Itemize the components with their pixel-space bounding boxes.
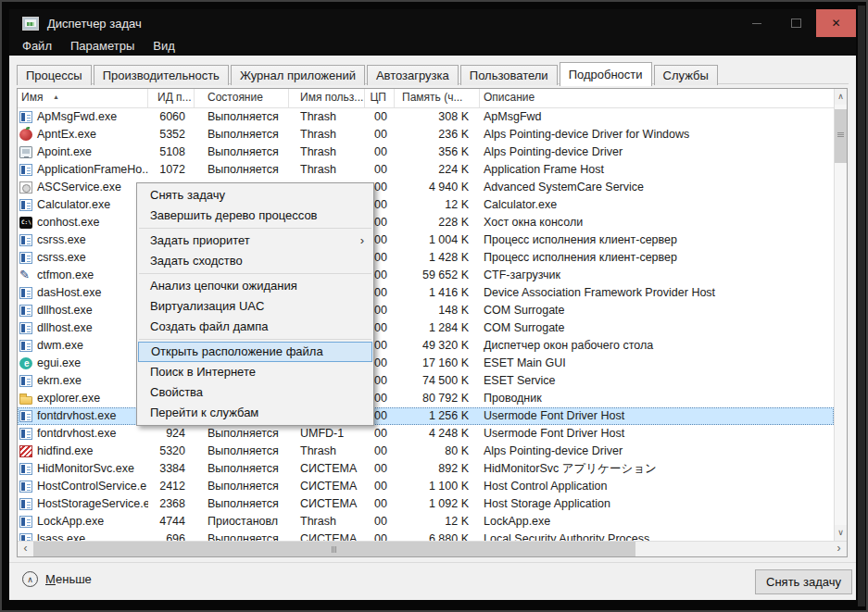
menu-item-set-affinity[interactable]: Задать сходство <box>138 251 372 271</box>
process-name: ekrn.exe <box>37 372 82 390</box>
menu-item-end-process-tree[interactable]: Завершить дерево процессов <box>138 206 372 226</box>
table-row[interactable]: HidMonitorSvc.exe3384ВыполняетсяСИСТЕМА0… <box>18 460 834 478</box>
table-row[interactable]: lsass.exe696ВыполняетсяСИСТЕМА006 880 KL… <box>18 531 834 541</box>
menu-item-end-task[interactable]: Снять задачу <box>138 185 372 206</box>
process-user-cell: Thrash <box>289 126 365 144</box>
minimize-icon <box>752 23 761 24</box>
table-row[interactable]: ApplicationFrameHo...1072ВыполняетсяThra… <box>18 161 834 179</box>
generic-icon <box>19 498 32 510</box>
tab-services[interactable]: Службы <box>654 65 718 85</box>
menu-item-label: Задать приоритет <box>150 233 250 247</box>
menu-separator <box>139 228 371 229</box>
window-title: Диспетчер задач <box>47 17 142 31</box>
column-header-label: ЦП <box>370 91 386 104</box>
process-user-cell: СИСТЕМА <box>289 460 365 478</box>
process-memory-cell: 308 K <box>395 108 480 126</box>
fewer-details-button[interactable]: ∧ Меньше <box>22 571 92 587</box>
tab-startup[interactable]: Автозагрузка <box>367 65 459 85</box>
process-description-cell: ESET Main GUI <box>480 355 834 372</box>
horizontal-scrollbar[interactable]: ‹ › <box>18 541 847 556</box>
minimize-button[interactable] <box>736 9 776 37</box>
table-row[interactable]: ApMsgFwd.exe6060ВыполняетсяThrash00308 K… <box>18 108 834 126</box>
process-name-cell: fontdrvhost.exe <box>18 407 148 425</box>
menu-item-uac-virtualization[interactable]: Виртуализация UAC <box>138 296 372 317</box>
process-status-cell: Выполняется <box>195 161 289 179</box>
process-name-cell: explorer.exe <box>18 390 148 407</box>
column-header-status[interactable]: Состояние <box>195 89 289 107</box>
vertical-scrollbar-thumb[interactable] <box>835 109 847 163</box>
tab-strip: ПроцессыПроизводительностьЖурнал приложе… <box>17 59 720 84</box>
table-row[interactable]: Apoint.exe5108ВыполняетсяThrash00356 KAl… <box>18 144 834 161</box>
menu-item-set-priority[interactable]: Задать приоритет› <box>138 231 372 251</box>
scroll-right-arrow-icon[interactable]: › <box>831 542 847 556</box>
process-memory-cell: 1 428 K <box>395 249 480 267</box>
close-button[interactable]: ✕ <box>816 9 856 37</box>
scroll-left-arrow-icon[interactable]: ‹ <box>18 542 33 556</box>
process-name-cell: dllhost.exe <box>18 319 148 337</box>
scroll-up-arrow-icon[interactable]: ∧ <box>835 89 847 105</box>
tab-performance[interactable]: Производительность <box>94 65 229 85</box>
menu-item-label: Задать сходство <box>150 254 243 268</box>
menu-item-label: Поиск в Интернете <box>150 365 256 379</box>
horizontal-scrollbar-thumb[interactable] <box>33 542 635 556</box>
vertical-scrollbar[interactable]: ∧ ∨ <box>834 89 847 541</box>
menu-view[interactable]: Вид <box>144 37 184 56</box>
process-name: HidMonitorSvc.exe <box>37 460 134 478</box>
table-row[interactable]: fontdrvhost.exe924ВыполняетсяUMFD-1004 2… <box>18 425 834 443</box>
process-name: csrss.exe <box>37 231 86 249</box>
table-row[interactable]: ApntEx.exe5352ВыполняетсяThrash00236 KAl… <box>18 126 834 144</box>
tab-app-history[interactable]: Журнал приложений <box>231 65 365 85</box>
column-header-label: Описание <box>484 91 535 104</box>
fewer-details-label-rest: еньше <box>56 572 92 586</box>
process-name: Apoint.exe <box>37 144 92 161</box>
column-header-pid[interactable]: ИД п... <box>148 89 195 107</box>
process-name-cell: HostControlService.e <box>18 478 148 495</box>
process-user-cell: СИСТЕМА <box>289 495 365 513</box>
process-name: egui.exe <box>37 355 81 372</box>
menu-item-go-to-services[interactable]: Перейти к службам <box>138 403 372 423</box>
column-header-label: Имя польз... <box>300 91 363 104</box>
process-name: HostStorageService.e <box>37 495 148 513</box>
menu-file[interactable]: Файл <box>13 37 61 56</box>
menu-bar: ФайлПараметрыВид <box>9 37 856 56</box>
process-name-cell: ASCService.exe <box>18 179 148 196</box>
hid-icon <box>19 445 32 457</box>
process-cpu-cell: 00 <box>365 443 395 460</box>
column-header-label: ИД п... <box>157 91 192 104</box>
column-header-description[interactable]: Описание <box>480 89 834 107</box>
process-user-cell: Thrash <box>289 513 365 531</box>
process-name: csrss.exe <box>37 249 86 267</box>
menu-item-analyze-wait-chain[interactable]: Анализ цепочки ожидания <box>138 276 372 296</box>
process-memory-cell: 892 K <box>395 460 480 478</box>
table-row[interactable]: LockApp.exe4744ПриостановлThrash0012 KLo… <box>18 513 834 531</box>
tab-details[interactable]: Подробности <box>560 62 652 86</box>
process-description-cell: Процесс исполнения клиент-сервер <box>480 249 834 267</box>
column-header-name[interactable]: Имя▲ <box>18 89 148 107</box>
menu-options[interactable]: Параметры <box>61 37 144 56</box>
table-row[interactable]: HostStorageService.e2368ВыполняетсяСИСТЕ… <box>18 495 834 513</box>
maximize-button[interactable] <box>776 9 816 37</box>
table-row[interactable]: hidfind.exe5320ВыполняетсяThrash0080 KAl… <box>18 443 834 460</box>
process-name: conhost.exe <box>37 214 99 231</box>
column-header-username[interactable]: Имя польз... <box>289 89 365 107</box>
column-header-label: Состояние <box>208 91 263 104</box>
tab-processes[interactable]: Процессы <box>17 65 92 85</box>
process-memory-cell: 12 K <box>395 196 480 214</box>
menu-separator <box>139 339 371 340</box>
menu-item-label: Снять задачу <box>150 188 225 202</box>
scroll-down-arrow-icon[interactable]: ∨ <box>835 525 847 541</box>
process-description-cell: ApMsgFwd <box>480 108 834 126</box>
menu-separator <box>139 273 371 274</box>
generic-icon <box>19 410 32 422</box>
menu-item-open-file-location[interactable]: Открыть расположение файла <box>138 342 372 362</box>
menu-item-properties[interactable]: Свойства <box>138 382 372 403</box>
menu-item-search-online[interactable]: Поиск в Интернете <box>138 362 372 382</box>
table-row[interactable]: HostControlService.e2412ВыполняетсяСИСТЕ… <box>18 478 834 495</box>
tab-users[interactable]: Пользователи <box>460 65 558 85</box>
process-cpu-cell: 00 <box>365 495 395 513</box>
menu-item-create-dump-file[interactable]: Создать файл дампа <box>138 317 372 337</box>
column-header-cpu[interactable]: ЦП <box>365 89 395 107</box>
column-header-memory[interactable]: Память (ч... <box>395 89 480 107</box>
titlebar[interactable]: Диспетчер задач ✕ <box>9 9 856 37</box>
end-task-button[interactable]: Снять задачу <box>755 569 852 594</box>
